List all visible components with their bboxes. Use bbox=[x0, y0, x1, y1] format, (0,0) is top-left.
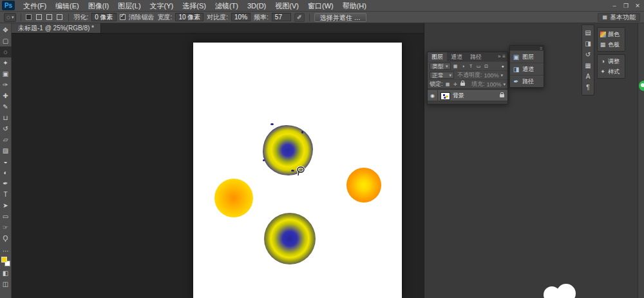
tool-eyedropper[interactable]: ✑ bbox=[0, 79, 12, 90]
tool-preset-picker[interactable]: ◌ ▾ bbox=[4, 13, 16, 22]
tool-blur[interactable]: ◒ bbox=[0, 156, 12, 167]
lasso-speck bbox=[301, 131, 303, 134]
tool-brush[interactable]: ✎ bbox=[0, 101, 12, 112]
menu-item-edit[interactable]: 编辑(E) bbox=[51, 0, 84, 12]
tool-healing-brush[interactable]: ✚ bbox=[0, 90, 12, 101]
filter-type-icon[interactable]: T bbox=[468, 64, 474, 68]
lock-all-icon[interactable] bbox=[460, 83, 465, 86]
tool-path-select[interactable]: ➤ bbox=[0, 200, 12, 211]
tool-hand[interactable]: ☞ bbox=[0, 222, 12, 233]
menu-item-help[interactable]: 帮助(H) bbox=[338, 0, 371, 12]
filter-adjust-icon[interactable]: ◑ bbox=[460, 64, 466, 68]
tool-pen[interactable]: ✒ bbox=[0, 178, 12, 189]
dock-item-swatches[interactable]: ▦ 色板 bbox=[598, 39, 625, 50]
dock-item-color[interactable]: 颜色 bbox=[598, 29, 625, 39]
layer-filter-row: 类型 ▾ ▦ ◑ T ▭ ⊡ ● bbox=[428, 61, 507, 70]
divider bbox=[309, 14, 310, 21]
antialias-checkbox[interactable] bbox=[120, 14, 126, 20]
filter-pixel-icon[interactable]: ▦ bbox=[453, 64, 459, 69]
panel-icon-info[interactable]: ▤ bbox=[585, 27, 591, 38]
filter-smart-icon[interactable]: ⊡ bbox=[484, 64, 489, 69]
quick-mask-button[interactable]: ◧ bbox=[0, 268, 12, 279]
lasso-speck bbox=[263, 159, 265, 161]
edit-toolbar-button[interactable]: … bbox=[0, 244, 12, 255]
lock-position-icon[interactable]: ✛ bbox=[453, 82, 459, 87]
tool-type[interactable]: T bbox=[0, 189, 12, 200]
fill-value[interactable]: 100% bbox=[486, 81, 501, 88]
close-button[interactable]: ✕ bbox=[632, 0, 643, 12]
dock-item-paths[interactable]: ✒ 路径 bbox=[510, 75, 544, 87]
tool-lasso[interactable]: ◌ bbox=[0, 46, 12, 57]
foreground-color-swatch[interactable] bbox=[1, 257, 7, 263]
visibility-eye-icon[interactable]: ◉ bbox=[428, 90, 438, 101]
filter-type-select[interactable]: 类型 ▾ bbox=[430, 63, 451, 70]
dock-header[interactable]: ≡ bbox=[510, 46, 544, 50]
tool-zoom[interactable]: Ϙ bbox=[0, 233, 12, 244]
selection-mode-intersect-button[interactable] bbox=[57, 14, 62, 20]
layer-row-background[interactable]: ◉ 背景 bbox=[428, 90, 507, 101]
contrast-input[interactable]: 10% bbox=[231, 13, 251, 21]
layer-list: ◉ 背景 bbox=[428, 88, 507, 104]
panel-icon-properties[interactable]: ◨ bbox=[585, 38, 591, 49]
tab-layers[interactable]: 图层 bbox=[428, 52, 447, 61]
frequency-input[interactable]: 57 bbox=[272, 13, 291, 21]
chevron-down-icon: ▾ bbox=[446, 63, 448, 70]
width-input[interactable]: 10 像素 bbox=[175, 13, 204, 21]
panel-icon-history[interactable]: ↺ bbox=[585, 49, 591, 60]
antialias-label: 消除锯齿 bbox=[129, 13, 155, 22]
dock-item-adjustments[interactable]: ◑ 调整 bbox=[598, 56, 625, 66]
tool-history-brush[interactable]: ↺ bbox=[0, 123, 12, 134]
adjustments-panel-icon: ◑ bbox=[600, 58, 606, 65]
photoshop-logo-icon: Ps bbox=[2, 1, 15, 10]
document-tab[interactable]: 未标题-1 @ 25%(RGB/8) * bbox=[12, 23, 101, 33]
menu-item-select[interactable]: 选择(S) bbox=[178, 0, 211, 12]
menu-item-layer[interactable]: 图层(L) bbox=[113, 0, 145, 12]
tab-channels[interactable]: 通道 bbox=[447, 52, 466, 61]
screen-mode-button[interactable]: ◫ bbox=[0, 279, 12, 290]
menu-item-file[interactable]: 文件(F) bbox=[19, 0, 51, 12]
tool-dodge[interactable]: ◐ bbox=[0, 167, 12, 178]
filter-shape-icon[interactable]: ▭ bbox=[476, 64, 482, 69]
pen-pressure-toggle[interactable]: ✐ bbox=[294, 13, 305, 22]
panel-icon-character[interactable]: A bbox=[586, 71, 591, 82]
lock-transparency-icon[interactable]: ▦ bbox=[445, 82, 451, 87]
document-tab-strip: 未标题-1 @ 25%(RGB/8) * bbox=[12, 23, 424, 34]
dock-item-layers[interactable]: ▣ 图层 bbox=[510, 50, 544, 63]
tool-gradient[interactable]: ▨ bbox=[0, 145, 12, 156]
select-and-mask-button[interactable]: 选择并遮住 … bbox=[314, 13, 366, 22]
layer-thumbnail[interactable] bbox=[440, 92, 450, 100]
panel-icon-libraries[interactable]: ▦ bbox=[585, 60, 591, 71]
collapsed-icon-strip: ▤ ◨ ↺ ▦ A ¶ bbox=[582, 25, 594, 95]
selection-mode-add-button[interactable] bbox=[36, 14, 42, 20]
tool-crop[interactable]: ▣ bbox=[0, 68, 12, 79]
opacity-value[interactable]: 100% bbox=[484, 72, 499, 79]
dock-item-channels[interactable]: ◨ 通道 bbox=[510, 63, 544, 75]
menu-item-filter[interactable]: 滤镜(T) bbox=[211, 0, 243, 12]
filter-toggle-icon[interactable]: ● bbox=[500, 64, 506, 68]
collapse-panel-icon[interactable]: » bbox=[498, 52, 500, 61]
blend-mode-select[interactable]: 正常 ▾ bbox=[430, 72, 454, 79]
menu-item-view[interactable]: 视图(V) bbox=[270, 0, 303, 12]
selection-mode-subtract-button[interactable] bbox=[46, 14, 52, 20]
restore-button[interactable]: ❐ bbox=[621, 0, 631, 12]
menu-item-image[interactable]: 图像(I) bbox=[84, 0, 113, 12]
menu-item-window[interactable]: 窗口(W) bbox=[303, 0, 338, 12]
tool-move[interactable]: ✥ bbox=[0, 25, 12, 35]
panel-icon-paragraph[interactable]: ¶ bbox=[586, 82, 589, 93]
feather-input[interactable]: 0 像素 bbox=[91, 13, 116, 21]
minimize-button[interactable]: – bbox=[609, 0, 620, 12]
feather-label: 羽化: bbox=[73, 13, 88, 22]
tool-eraser[interactable]: ▱ bbox=[0, 134, 12, 145]
menu-item-3d[interactable]: 3D(D) bbox=[243, 0, 270, 12]
dock-item-styles[interactable]: ✦ 样式 bbox=[598, 66, 625, 77]
menu-item-type[interactable]: 文字(Y) bbox=[146, 0, 178, 12]
color-swatches[interactable] bbox=[0, 256, 12, 268]
tab-paths[interactable]: 路径 bbox=[466, 52, 486, 61]
panel-menu-icon[interactable]: ≡ bbox=[502, 52, 506, 61]
selection-mode-new-button[interactable] bbox=[26, 14, 32, 20]
workspace-switcher[interactable]: ▦ 基本功能 bbox=[598, 13, 640, 22]
tool-shape[interactable]: ▭ bbox=[0, 211, 12, 222]
tool-clone-stamp[interactable]: ⊔ bbox=[0, 112, 12, 123]
tool-rect-marquee[interactable]: ▢ bbox=[0, 35, 12, 46]
tool-quick-select[interactable]: ✦ bbox=[0, 57, 12, 68]
